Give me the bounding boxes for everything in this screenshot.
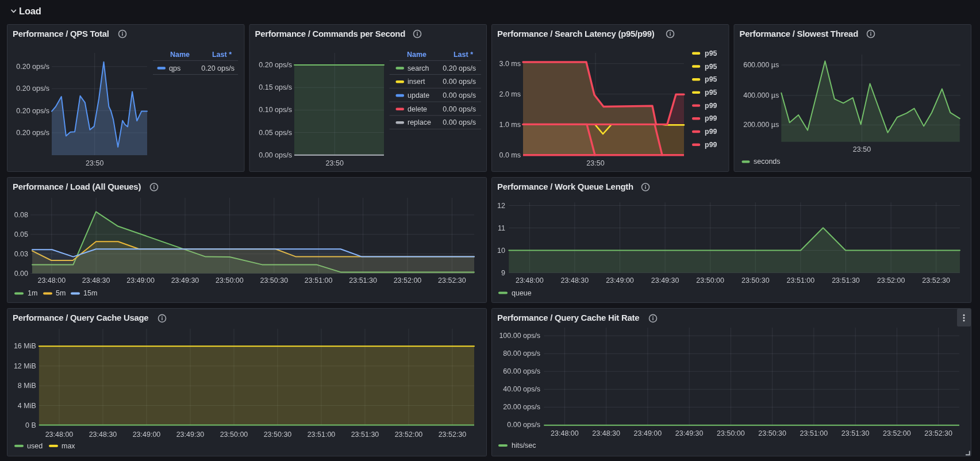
svg-text:23:48:00: 23:48:00 xyxy=(516,276,544,285)
svg-text:23:48:00: 23:48:00 xyxy=(551,429,579,437)
svg-text:used: used xyxy=(27,442,43,450)
svg-text:delete: delete xyxy=(408,105,427,113)
svg-text:0.20 ops/s: 0.20 ops/s xyxy=(201,64,235,72)
svg-text:23:48:30: 23:48:30 xyxy=(561,276,589,285)
svg-text:400.000 µs: 400.000 µs xyxy=(743,91,779,99)
svg-text:23:48:00: 23:48:00 xyxy=(37,276,66,285)
svg-text:23:49:00: 23:49:00 xyxy=(606,276,634,285)
svg-text:23:49:30: 23:49:30 xyxy=(171,276,199,285)
svg-text:200.000 µs: 200.000 µs xyxy=(743,121,779,129)
svg-text:23:49:00: 23:49:00 xyxy=(133,431,161,439)
svg-text:23:51:00: 23:51:00 xyxy=(787,276,815,285)
svg-text:2.0 ms: 2.0 ms xyxy=(499,90,521,98)
svg-text:p95: p95 xyxy=(705,89,717,97)
svg-text:23:49:00: 23:49:00 xyxy=(126,276,155,285)
svg-text:0.00 ops/s: 0.00 ops/s xyxy=(443,105,476,113)
svg-text:0 B: 0 B xyxy=(25,421,36,429)
svg-text:Performance / QPS Total: Performance / QPS Total xyxy=(13,29,109,39)
svg-text:11: 11 xyxy=(498,224,505,232)
svg-text:23:48:30: 23:48:30 xyxy=(82,276,110,285)
svg-text:0.00 ops/s: 0.00 ops/s xyxy=(443,78,476,86)
svg-text:0.00 ops/s: 0.00 ops/s xyxy=(443,118,476,126)
svg-text:Performance / Query Cache Usag: Performance / Query Cache Usage xyxy=(13,313,148,322)
svg-text:23:48:30: 23:48:30 xyxy=(89,431,117,439)
svg-text:1.0 ms: 1.0 ms xyxy=(499,121,521,129)
svg-text:23:52:00: 23:52:00 xyxy=(877,276,905,285)
svg-text:23:50:00: 23:50:00 xyxy=(216,276,244,285)
svg-text:23:50:30: 23:50:30 xyxy=(264,431,292,439)
svg-text:0.03: 0.03 xyxy=(14,250,28,258)
svg-text:23:48:30: 23:48:30 xyxy=(592,429,620,437)
svg-text:update: update xyxy=(408,91,429,99)
svg-text:queue: queue xyxy=(512,289,532,297)
svg-text:Last *: Last * xyxy=(212,51,232,59)
svg-text:23:50:30: 23:50:30 xyxy=(260,276,288,285)
svg-text:p95: p95 xyxy=(705,49,717,57)
svg-text:Performance / Work Queue Lengt: Performance / Work Queue Length xyxy=(497,182,633,191)
svg-text:0.20 ops/s: 0.20 ops/s xyxy=(443,64,476,72)
svg-text:8 MiB: 8 MiB xyxy=(18,382,36,390)
svg-text:Performance / Query Cache Hit: Performance / Query Cache Hit Rate xyxy=(497,313,639,322)
svg-text:12 MiB: 12 MiB xyxy=(14,362,36,370)
svg-text:0.10 ops/s: 0.10 ops/s xyxy=(259,106,292,114)
svg-text:4 MiB: 4 MiB xyxy=(18,402,36,410)
svg-text:seconds: seconds xyxy=(754,157,781,166)
svg-text:23:52:30: 23:52:30 xyxy=(439,431,467,439)
svg-text:0.00: 0.00 xyxy=(14,270,28,278)
svg-text:0.15 ops/s: 0.15 ops/s xyxy=(259,83,292,91)
svg-text:23:50: 23:50 xyxy=(853,145,871,153)
svg-text:23:48:00: 23:48:00 xyxy=(45,431,74,439)
svg-text:100.00 ops/s: 100.00 ops/s xyxy=(499,332,540,340)
svg-text:max: max xyxy=(62,442,75,450)
svg-text:23:52:00: 23:52:00 xyxy=(394,276,422,285)
svg-text:Name: Name xyxy=(407,51,426,59)
svg-text:60.00 ops/s: 60.00 ops/s xyxy=(503,367,540,375)
svg-text:0.20 ops/s: 0.20 ops/s xyxy=(16,63,49,71)
svg-text:0.05 ops/s: 0.05 ops/s xyxy=(259,129,292,137)
svg-text:p99: p99 xyxy=(705,128,717,136)
svg-text:23:52:00: 23:52:00 xyxy=(395,431,423,439)
svg-text:23:51:30: 23:51:30 xyxy=(351,431,379,439)
svg-text:23:50:00: 23:50:00 xyxy=(220,431,248,439)
svg-text:600.000 µs: 600.000 µs xyxy=(743,61,779,69)
svg-text:23:50: 23:50 xyxy=(86,159,103,167)
svg-text:insert: insert xyxy=(408,78,425,86)
svg-text:Performance / Load (All Queues: Performance / Load (All Queues) xyxy=(13,182,141,191)
svg-text:5m: 5m xyxy=(56,289,66,297)
svg-text:p99: p99 xyxy=(705,102,717,110)
svg-text:23:49:00: 23:49:00 xyxy=(634,429,662,437)
svg-text:Performance / Slowest Thread: Performance / Slowest Thread xyxy=(740,29,859,39)
svg-text:23:49:30: 23:49:30 xyxy=(675,429,704,437)
svg-text:0.20 ops/s: 0.20 ops/s xyxy=(16,84,49,93)
svg-text:20.00 ops/s: 20.00 ops/s xyxy=(503,403,540,411)
svg-text:Performance / Commands per Sec: Performance / Commands per Second xyxy=(255,29,406,39)
svg-text:23:51:30: 23:51:30 xyxy=(349,276,377,285)
svg-text:replace: replace xyxy=(408,118,431,126)
svg-text:p95: p95 xyxy=(705,75,717,83)
svg-text:3.0 ms: 3.0 ms xyxy=(499,60,521,68)
svg-text:Last *: Last * xyxy=(454,51,473,59)
svg-text:12: 12 xyxy=(497,202,505,210)
svg-text:0.20 ops/s: 0.20 ops/s xyxy=(16,107,49,115)
svg-text:80.00 ops/s: 80.00 ops/s xyxy=(503,349,540,358)
svg-text:23:52:30: 23:52:30 xyxy=(438,276,466,285)
svg-text:hits/sec: hits/sec xyxy=(512,441,536,450)
svg-text:23:52:00: 23:52:00 xyxy=(883,429,911,437)
svg-text:23:50:30: 23:50:30 xyxy=(741,276,770,285)
svg-text:Name: Name xyxy=(170,51,190,59)
svg-text:1m: 1m xyxy=(28,289,37,297)
svg-text:23:50:30: 23:50:30 xyxy=(758,429,786,437)
svg-text:23:49:30: 23:49:30 xyxy=(176,431,205,439)
svg-text:Performance / Search Latency (: Performance / Search Latency (p95/p99) xyxy=(497,29,655,39)
svg-text:0.08: 0.08 xyxy=(14,211,28,219)
svg-text:0.00 ops/s: 0.00 ops/s xyxy=(443,91,476,99)
svg-text:0.20 ops/s: 0.20 ops/s xyxy=(259,61,292,69)
svg-text:0.05: 0.05 xyxy=(14,230,28,239)
svg-text:23:51:30: 23:51:30 xyxy=(841,429,870,437)
svg-text:23:51:00: 23:51:00 xyxy=(308,431,336,439)
svg-text:23:51:00: 23:51:00 xyxy=(305,276,333,285)
svg-text:10: 10 xyxy=(497,247,505,255)
svg-text:23:51:00: 23:51:00 xyxy=(800,429,828,437)
svg-text:qps: qps xyxy=(169,64,180,72)
svg-text:23:50: 23:50 xyxy=(326,159,344,167)
